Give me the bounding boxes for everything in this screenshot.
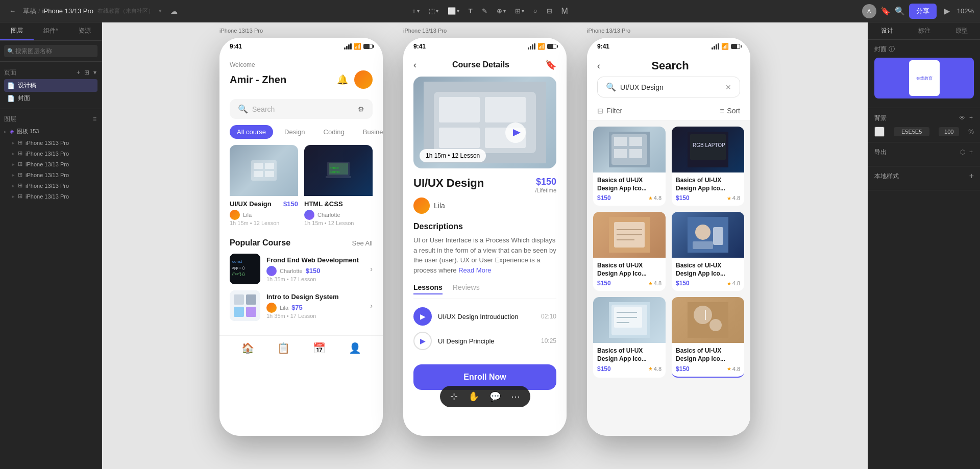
page-options-button[interactable]: ⊞	[83, 68, 90, 77]
result-info-3: Basics of UI-UX Design App Ico... $150 ★…	[593, 258, 666, 291]
course-card-2[interactable]: <html> </html> HTML &CSS	[304, 145, 373, 230]
play-button[interactable]: ▶	[941, 4, 953, 18]
bookmark-detail-icon[interactable]: 🔖	[545, 59, 556, 70]
add-page-button[interactable]: +	[76, 68, 81, 77]
result-card-5[interactable]: Basics of UI-UX Design App Ico... $150 ★…	[593, 297, 666, 377]
back-button[interactable]: ←	[6, 5, 19, 17]
frame-icon-1: ⊞	[18, 139, 22, 146]
read-more-button[interactable]: Read More	[458, 266, 491, 274]
page-item-cover[interactable]: 📄 封面	[4, 92, 97, 105]
layers-options-button[interactable]: ≡	[92, 114, 97, 124]
shape-button[interactable]: ⬜▾	[445, 5, 462, 17]
boolean-button[interactable]: ⊞▾	[512, 5, 527, 17]
more-tool-button[interactable]: ⋯	[511, 391, 520, 402]
tab-business[interactable]: Business	[356, 125, 383, 139]
layer-frame-3[interactable]: ▸ ⊞ iPhone 13/13 Pro	[4, 159, 97, 169]
result-card-6[interactable]: Basics of UI-UX Design App Ico... $150 ★…	[672, 297, 744, 377]
nav-home[interactable]: 🏠	[241, 342, 254, 354]
result-name-3: Basics of UI-UX Design App Ico...	[597, 262, 662, 278]
tab-reviews[interactable]: Reviews	[453, 283, 480, 294]
search-input-area[interactable]: 🔍 UI/UX Design ✕	[597, 77, 740, 97]
bg-opacity-input[interactable]	[939, 127, 959, 136]
right-tab-annotation[interactable]: 标注	[905, 22, 943, 39]
status-bar-1: 9:41 📶	[219, 38, 383, 53]
result-card-3[interactable]: Basics of UI-UX Design App Ico... $150 ★…	[593, 212, 666, 291]
sidebar-tab-assets[interactable]: 资源	[68, 22, 102, 40]
back-button-detail[interactable]: ‹	[413, 60, 416, 70]
tab-design[interactable]: Design	[277, 125, 312, 139]
frame-button[interactable]: ⬚▾	[426, 5, 442, 17]
fill-section-title: 封面 ⓘ	[874, 45, 895, 54]
search-toolbar-icon[interactable]: 🔍	[895, 6, 905, 16]
vector-button[interactable]: ⊕▾	[494, 5, 509, 17]
filter-button[interactable]: ⊟ Filter	[597, 107, 622, 115]
add-button[interactable]: +▾	[409, 5, 423, 17]
expand-icon-4: ▸	[12, 172, 15, 178]
bg-color-input[interactable]	[894, 127, 929, 136]
comment-tool-button[interactable]: 💬	[489, 391, 501, 402]
result-card-2[interactable]: RGB LAPTOP Basics of UI-UX Design App Ic…	[672, 127, 744, 206]
user-avatar-header[interactable]	[354, 70, 373, 89]
battery-icon-3	[731, 44, 740, 49]
layers-header: 图层 ≡	[4, 112, 97, 126]
sort-button[interactable]: ≡ Sort	[720, 107, 740, 115]
page-item-design[interactable]: 📄 设计稿	[4, 79, 97, 92]
popular-arrow-1[interactable]: ›	[370, 265, 373, 273]
search-header: ‹ Search 🔍 UI/UX Design ✕	[587, 53, 750, 102]
layer-frame-4[interactable]: ▸ ⊞ iPhone 13/13 Pro	[4, 169, 97, 180]
see-all-button[interactable]: See All	[352, 239, 373, 247]
share-button[interactable]: 分享	[909, 4, 937, 19]
tab-coding[interactable]: Coding	[316, 125, 352, 139]
layer-frame-2[interactable]: ▸ ⊞ iPhone 13/13 Pro	[4, 148, 97, 159]
local-styles-add-button[interactable]: +	[969, 171, 974, 181]
tab-lessons[interactable]: Lessons	[413, 283, 443, 294]
result-card-1[interactable]: Basics of UI-UX Design App Ico... $150 ★…	[593, 127, 666, 206]
notification-icon[interactable]: 🔔	[337, 74, 348, 85]
layer-frame-6[interactable]: ▸ ⊞ iPhone 13/13 Pro	[4, 191, 97, 202]
filter-icon-1[interactable]: ⚙	[358, 105, 364, 113]
bg-color-swatch[interactable]	[874, 127, 885, 137]
cursor-tool-button[interactable]: ⊹	[450, 391, 458, 402]
lesson-item-2[interactable]: ▶ UI Design Principle 10:25	[413, 332, 556, 350]
nav-courses[interactable]: 📋	[277, 342, 290, 354]
user-avatar[interactable]: A	[862, 4, 876, 18]
popular-card-1[interactable]: const app = () {"=>"} {} Frond End Web D…	[230, 254, 373, 284]
pen-button[interactable]: ✎	[479, 5, 491, 17]
result-card-4[interactable]: Basics of UI-UX Design App Ico... $150 ★…	[672, 212, 744, 291]
search-bar-1[interactable]: 🔍 Search ⚙	[230, 99, 373, 119]
layer-frame-4-name: iPhone 13/13 Pro	[26, 172, 69, 178]
text-button[interactable]: T	[465, 5, 476, 17]
layer-frame-5[interactable]: ▸ ⊞ iPhone 13/13 Pro	[4, 180, 97, 191]
page-collapse-button[interactable]: ▾	[92, 68, 97, 77]
bg-settings-button[interactable]: +	[968, 113, 974, 122]
right-tab-prototype[interactable]: 原型	[943, 22, 980, 39]
course-card-1[interactable]: UI/UX Design $150 Lila 1h 15m • 12 Lesso…	[230, 145, 298, 230]
search-clear-button[interactable]: ✕	[725, 83, 731, 91]
bookmark-toolbar-icon[interactable]: 🔖	[880, 6, 891, 16]
circle-button[interactable]: ○	[530, 5, 541, 17]
export-add-button[interactable]: +	[968, 147, 974, 157]
lesson-play-1[interactable]: ▶	[413, 307, 432, 326]
sidebar-tab-layers[interactable]: 图层	[0, 22, 34, 40]
right-tab-design[interactable]: 设计	[868, 22, 905, 39]
lesson-item-1[interactable]: ▶ UI/UX Design Introuduction 02:10	[413, 307, 556, 326]
layer-artboard[interactable]: ▸ ◈ 图板 153	[4, 126, 97, 137]
tab-all-course[interactable]: All course	[230, 125, 273, 139]
slice-button[interactable]: ⊟	[544, 5, 555, 17]
svg-rect-31	[614, 149, 627, 158]
course-price-big: $150	[535, 177, 556, 187]
popular-card-2[interactable]: Intro to Design System Lila $75 1h 35m •…	[230, 290, 373, 321]
plugin-button[interactable]: M	[558, 5, 571, 18]
breadcrumb-dropdown[interactable]: ▾	[156, 6, 165, 16]
nav-calendar[interactable]: 📅	[313, 342, 326, 354]
popular-arrow-2[interactable]: ›	[370, 302, 373, 310]
sidebar-search-input[interactable]	[4, 45, 97, 57]
lesson-play-2[interactable]: ▶	[413, 332, 432, 350]
nav-profile[interactable]: 👤	[349, 342, 361, 354]
bg-visibility-button[interactable]: 👁	[958, 113, 966, 122]
sidebar-tab-components[interactable]: 组件*	[34, 22, 67, 40]
course-info-1: UI/UX Design $150 Lila 1h 15m • 12 Lesso…	[230, 196, 298, 230]
export-expand-button[interactable]: ⬡	[959, 147, 966, 157]
layer-frame-1[interactable]: ▸ ⊞ iPhone 13/13 Pro	[4, 137, 97, 148]
hand-tool-button[interactable]: ✋	[468, 391, 479, 402]
